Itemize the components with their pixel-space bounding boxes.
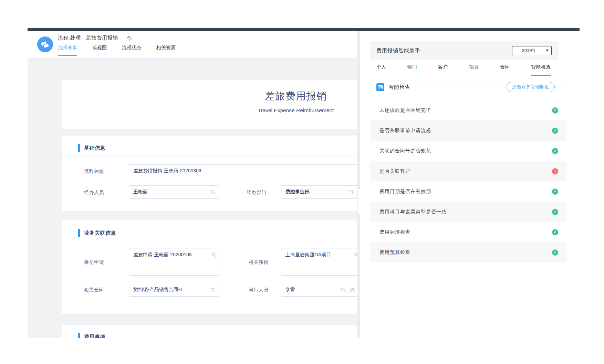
- tab-related-resources[interactable]: 相关资源: [156, 45, 176, 56]
- handler-label: 经办人员: [84, 190, 104, 196]
- smart-check-list: 未还借款是否冲销完毕 是否关联事前申请流程 关联的合同号是否规范 是否关联客户 …: [370, 100, 566, 263]
- check-row: 费用日期是否在有效期: [370, 181, 566, 202]
- status-icon: [552, 229, 558, 235]
- tag-icon[interactable]: [126, 35, 133, 41]
- search-icon[interactable]: [210, 189, 216, 195]
- department-label: 经办部门: [247, 190, 267, 196]
- check-row: 是否关联事前申请流程: [370, 120, 566, 141]
- tab-project[interactable]: 项目: [469, 64, 479, 76]
- tab-personal[interactable]: 个人: [376, 64, 386, 76]
- tab-contract[interactable]: 合同: [500, 64, 510, 76]
- search-icon[interactable]: [349, 189, 354, 195]
- check-row: 费用标准检查: [370, 222, 566, 242]
- section-business-title: 业务关联信息: [84, 230, 116, 236]
- search-icon[interactable]: [211, 252, 217, 258]
- search-icon[interactable]: [210, 287, 216, 293]
- tab-process-form[interactable]: 流程表单: [58, 45, 77, 56]
- related-contract-input[interactable]: 契约锁-产品销售合同-1: [129, 283, 219, 297]
- year-select-value: 2019年: [512, 47, 546, 54]
- smart-check-title: 智能检查: [388, 84, 410, 90]
- smart-check-section-header: 智能检查 泛微财务管理制度: [376, 82, 566, 92]
- check-row: 未还借款是否冲销完毕: [370, 100, 566, 120]
- workflow-header: 流程:处理 - 差旅费用报销 - 流程表单 流程图 流程状态 相关资源: [28, 31, 357, 58]
- section-expense-title: 费用事项: [84, 334, 105, 338]
- workflow-title: 流程:处理 - 差旅费用报销 -: [58, 35, 122, 41]
- tab-process-status[interactable]: 流程状态: [122, 45, 141, 56]
- top-accent-bar: [28, 28, 580, 31]
- section-basic-title: 基础信息: [84, 145, 105, 151]
- section-accent-bar: [78, 229, 80, 237]
- handler-input[interactable]: 王晓丽: [129, 185, 219, 199]
- section-divider: [62, 157, 357, 157]
- section-business-info: 业务关联信息 事前申请 差旅申请-王晓丽-20200108 相关项目 上海亘岩集…: [62, 220, 357, 314]
- add-person-icon[interactable]: [349, 287, 355, 293]
- check-row: 关联的合同号是否规范: [370, 141, 566, 161]
- status-icon: [552, 128, 558, 134]
- divider-line: [415, 87, 507, 87]
- section-accent-bar: [78, 333, 80, 338]
- process-title-label: 流程标题: [84, 168, 104, 174]
- smart-check-icon: [376, 83, 384, 91]
- check-row: 是否关联客户: [370, 161, 566, 181]
- section-expense-items: 费用事项: [62, 325, 357, 338]
- status-icon: [552, 148, 558, 154]
- tab-process-chart[interactable]: 流程图: [92, 45, 107, 56]
- check-row: 费用科目与发票类型是否一致: [370, 202, 566, 222]
- companions-label: 同行人员: [249, 287, 269, 293]
- pre-application-label: 事前申请: [84, 259, 104, 266]
- form-title-card: 差旅费用报销 Travel Expense Reimbursement: [62, 80, 357, 129]
- related-project-label: 相关项目: [249, 259, 269, 266]
- status-icon: [552, 168, 558, 174]
- search-icon[interactable]: [353, 252, 357, 258]
- companions-input[interactable]: 李雷: [281, 283, 357, 297]
- assistant-header: 费用报销智能助手 2019年: [370, 41, 559, 60]
- pre-application-input[interactable]: 差旅申请-王晓丽-20200108: [129, 248, 219, 276]
- divider-line: [555, 87, 566, 87]
- panel-divider: [357, 31, 360, 338]
- related-project-input[interactable]: 上海亘岩集团OA项目: [281, 248, 357, 276]
- workflow-panel: 流程:处理 - 差旅费用报销 - 流程表单 流程图 流程状态 相关资源: [28, 31, 357, 338]
- status-icon: [552, 209, 558, 215]
- related-contract-label: 相关合同: [84, 287, 104, 293]
- status-icon: [552, 189, 558, 195]
- status-icon: [552, 249, 558, 256]
- policy-badge[interactable]: 泛微财务管理制度: [507, 82, 555, 92]
- year-select[interactable]: 2019年: [512, 46, 552, 55]
- assistant-title: 费用报销智能助手: [376, 41, 420, 60]
- status-icon: [552, 107, 558, 114]
- tab-smart-check[interactable]: 智能检查: [531, 64, 551, 76]
- section-basic-info: 基础信息 流程标题 差旅费用报销-王晓丽-20200309 经办人员 王晓丽: [62, 136, 357, 211]
- search-icon[interactable]: [341, 287, 346, 293]
- form-title-cn: 差旅费用报销: [206, 89, 357, 103]
- process-title-input[interactable]: 差旅费用报销-王晓丽-20200309: [129, 164, 357, 177]
- caret-down-icon: [546, 50, 549, 52]
- department-input[interactable]: 费控事业部: [281, 185, 357, 199]
- workflow-logo-icon: [37, 36, 53, 52]
- form-title-en: Travel Expense Reimbursement: [206, 107, 357, 114]
- tab-department[interactable]: 部门: [407, 64, 417, 76]
- form-area: 差旅费用报销 Travel Expense Reimbursement 基础信息…: [28, 58, 357, 338]
- assistant-tabs: 个人 部门 客户 项目 合同 智能检查: [370, 64, 559, 76]
- workflow-tabs: 流程表单 流程图 流程状态 相关资源: [58, 45, 191, 56]
- section-accent-bar: [78, 144, 80, 152]
- assistant-panel: 费用报销智能助手 2019年 个人 部门 客户 项目 合同 智能检查: [360, 31, 580, 338]
- check-row: 费用预算检查: [370, 242, 566, 263]
- tab-customer[interactable]: 客户: [438, 64, 448, 76]
- page: 流程:处理 - 差旅费用报销 - 流程表单 流程图 流程状态 相关资源: [0, 0, 604, 364]
